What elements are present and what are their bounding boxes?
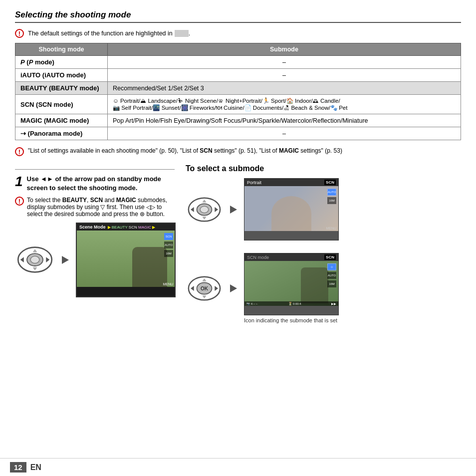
- landscape-top-bar: SCN mode SCN: [244, 253, 338, 261]
- camera-screen-mock: Scene Mode ▶ BEAUTY SCN MAGIC ▶ SCN AUTO…: [76, 223, 176, 297]
- screen2-info-right: ▶▶: [331, 302, 336, 305]
- mode-panorama: ⇢ (Panorama mode): [15, 127, 108, 140]
- svg-marker-4: [46, 257, 49, 263]
- step-1-note: ! To select the BEAUTY, SCN and MAGIC su…: [15, 197, 176, 218]
- mode-magic: MAGIC (MAGIC mode): [15, 114, 108, 127]
- portrait-label: Portrait: [247, 180, 261, 185]
- table-row: ⇢ (Panorama mode) –: [15, 127, 461, 140]
- cam-top-bar: Scene Mode ▶ BEAUTY SCN MAGIC ▶: [77, 224, 175, 231]
- table-row: P (P mode) –: [15, 56, 461, 69]
- info-note-1: ! The default settings of the function a…: [15, 29, 461, 38]
- page-language: EN: [30, 463, 41, 472]
- ps-menu: MENU: [326, 227, 336, 230]
- screen2-body: ☺ AUTO 16M 📷 4→← ⏳ 0:00:4 ▶▶: [244, 261, 338, 306]
- page-number: 12: [10, 462, 26, 473]
- svg-marker-14: [202, 217, 206, 220]
- shooting-mode-table: Shooting mode Submode P (P mode) – iAUTO…: [15, 43, 461, 140]
- scn-badge-2: SCN: [324, 254, 336, 260]
- info-icon-3: !: [15, 197, 24, 206]
- ps-icon-auto: AUTO: [327, 189, 336, 196]
- submode-panorama: –: [108, 127, 461, 140]
- svg-marker-22: [202, 295, 206, 298]
- submode-scn: ☺ Portrait/⛰ Landscape/⛷ Night Scene/⚢ N…: [108, 95, 461, 114]
- table-row: MAGIC (MAGIC mode) Pop Art/Pin Hole/Fish…: [15, 114, 461, 127]
- arrow-right-icon-3: [228, 281, 239, 296]
- mode-p: P (P mode): [15, 56, 108, 69]
- step-note-text: To select the BEAUTY, SCN and MAGIC subm…: [27, 197, 176, 218]
- svg-marker-7: [62, 256, 69, 264]
- ok-button-icon: OK: [186, 273, 223, 303]
- submode-magic: Pop Art/Pin Hole/Fish Eye/Drawing/Soft F…: [108, 114, 461, 127]
- submode-section-title: To select a submode: [186, 164, 461, 173]
- svg-marker-21: [202, 278, 206, 281]
- step-1-header: 1 Use ◄► of the arrow pad on standby mod…: [15, 175, 176, 193]
- svg-marker-12: [215, 207, 218, 212]
- cam-scene-label: Scene Mode: [79, 225, 106, 230]
- screen2-info-mid: ⏳ 0:00:4: [288, 302, 301, 305]
- svg-point-10: [200, 206, 209, 213]
- submode-p: –: [108, 56, 461, 69]
- cam-menu-label: MENU: [163, 282, 173, 286]
- screen-row-2: OK SCN mode: [186, 253, 461, 323]
- svg-marker-19: [191, 286, 194, 291]
- info-note-text-1: The default settings of the function are…: [28, 30, 173, 37]
- page-number-bar: 12 EN: [0, 458, 476, 476]
- svg-point-2: [30, 256, 39, 263]
- highlight-box: [175, 30, 189, 37]
- screen2-bottom-bar: 📷 4→← ⏳ 0:00:4 ▶▶: [244, 301, 338, 306]
- landscape-label: SCN mode: [247, 255, 269, 260]
- svg-marker-20: [215, 286, 218, 291]
- mode-beauty: BEAUTY (BEAUTY mode): [15, 82, 108, 95]
- main-content: 1 Use ◄► of the arrow pad on standby mod…: [15, 164, 461, 323]
- page-title: Selecting the shooting mode: [15, 10, 461, 23]
- left-section: 1 Use ◄► of the arrow pad on standby mod…: [15, 164, 176, 323]
- portrait-screen-1: Portrait SCN AUTO 16M MENU: [244, 178, 339, 240]
- arrow-pad-icon: [15, 245, 55, 275]
- step-number: 1: [15, 175, 23, 189]
- arrow-pad-small: [186, 195, 223, 225]
- cam-size-icon: 16M: [164, 250, 173, 257]
- arrow-pad-area: Scene Mode ▶ BEAUTY SCN MAGIC ▶ SCN AUTO…: [15, 223, 176, 297]
- table-row: iAUTO (iAUTO mode) –: [15, 69, 461, 82]
- arrow-right-icon-2: [228, 202, 239, 217]
- info-icon-1: !: [15, 29, 24, 38]
- divider: [15, 169, 175, 170]
- submode-iauto: –: [108, 69, 461, 82]
- icon-caption: Icon indicating the submode that is set: [244, 317, 339, 323]
- screen2-info-left: 📷 4→←: [246, 302, 258, 305]
- portrait-top-bar: Portrait SCN: [244, 179, 338, 186]
- landscape-screen: SCN mode SCN ☺ AUTO 16M: [244, 253, 339, 315]
- arrow-right-icon: [60, 252, 71, 267]
- bottom-note-text: "List of settings available in each shoo…: [28, 147, 342, 154]
- cam-scn-icon: SCN: [164, 233, 173, 240]
- bottom-note: ! "List of settings available in each sh…: [15, 147, 461, 156]
- portrait-screen-2: SCN mode SCN ☺ AUTO 16M: [244, 253, 339, 323]
- cam-auto-icon: AUTO: [164, 241, 173, 248]
- table-header-mode: Shooting mode: [15, 43, 108, 56]
- svg-marker-13: [202, 200, 206, 203]
- ps-icon-size: 16M: [327, 197, 336, 204]
- table-header-submode: Submode: [108, 43, 461, 56]
- table-row: SCN (SCN mode) ☺ Portrait/⛰ Landscape/⛷ …: [15, 95, 461, 114]
- info-note-suffix: .: [189, 30, 190, 37]
- screen2-size-icon: 16M: [327, 280, 336, 287]
- right-section: To select a submode: [186, 164, 461, 323]
- svg-marker-3: [20, 257, 24, 263]
- mode-iauto: iAUTO (iAUTO mode): [15, 69, 108, 82]
- cam-tabs: ▶ BEAUTY SCN MAGIC ▶: [108, 225, 156, 230]
- screen2-portrait-icon: ☺: [327, 263, 336, 270]
- cam-icons-right: SCN AUTO 16M: [164, 233, 173, 257]
- screen2-icons: ☺ AUTO 16M: [327, 263, 336, 287]
- portrait-screens: Portrait SCN AUTO 16M MENU: [186, 178, 461, 323]
- mode-scn: SCN (SCN mode): [15, 95, 108, 114]
- svg-marker-6: [33, 267, 37, 270]
- step-text: Use ◄► of the arrow pad on standby mode …: [27, 175, 176, 193]
- svg-marker-15: [230, 206, 237, 214]
- portrait-body: AUTO 16M MENU: [244, 186, 338, 231]
- screen-row-1: Portrait SCN AUTO 16M MENU: [186, 178, 461, 240]
- svg-marker-5: [33, 249, 37, 252]
- svg-marker-23: [230, 284, 237, 292]
- submode-beauty: Recommended/Set 1/Set 2/Set 3: [108, 82, 461, 95]
- info-icon-2: !: [15, 147, 24, 156]
- scn-badge-1: SCN: [324, 180, 336, 185]
